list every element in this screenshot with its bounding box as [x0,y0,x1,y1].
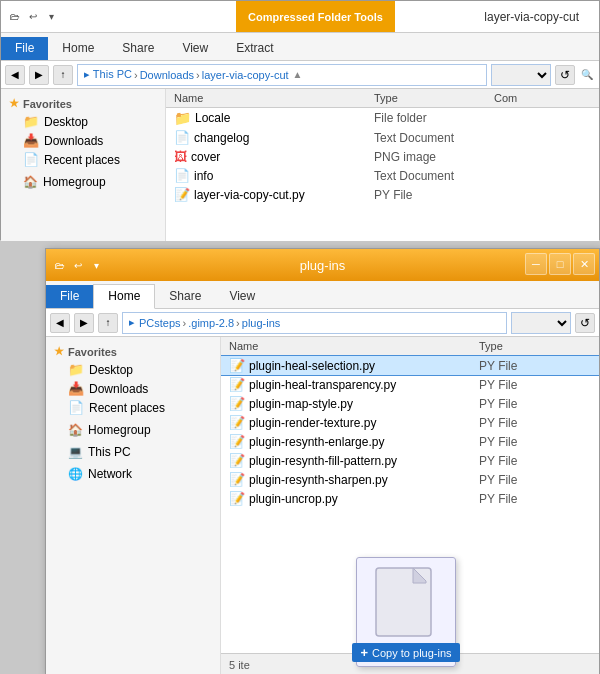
sidebar-item-desktop-1[interactable]: 📁 Desktop [1,112,165,131]
file-row-uncrop[interactable]: 📝 plugin-uncrop.py PY File [221,489,599,508]
sidebar-item-downloads-2[interactable]: 📥 Downloads [46,379,220,398]
sidebar-item-homegroup-2[interactable]: 🏠 Homegroup [46,421,220,439]
quick-access-2: 🗁 ↩ ▾ [52,257,104,273]
tab-share-2[interactable]: Share [155,284,215,308]
tab-view-2[interactable]: View [215,284,269,308]
minimize-btn-2[interactable]: ─ [525,253,547,275]
refresh-btn-2[interactable]: ↺ [575,313,595,333]
favorites-header-1: ★ Favorites [1,95,165,112]
status-text: 5 ite [229,659,250,671]
addr-part-folder: layer-via-copy-cut [202,69,289,81]
tab-home-1[interactable]: Home [48,36,108,60]
py-icon-heal-sel: 📝 [229,358,245,373]
tab-file-2[interactable]: File [46,285,93,308]
type-resynth-fill: PY File [471,454,591,468]
type-heal-sel: PY File [471,359,591,373]
file-row-info[interactable]: 📄 info Text Document [166,166,599,185]
py-icon-resynth-fill: 📝 [229,453,245,468]
search-box-1[interactable] [491,64,551,86]
tab-file-1[interactable]: File [1,37,48,60]
thispc-icon: 💻 [68,445,83,459]
refresh-btn-1[interactable]: ↺ [555,65,575,85]
name-map-style: 📝 plugin-map-style.py [221,396,471,411]
forward-btn-2[interactable]: ▶ [74,313,94,333]
search-box-2[interactable] [511,312,571,334]
file-row-py[interactable]: 📝 layer-via-copy-cut.py PY File [166,185,599,204]
file-header-2: Name Type [221,337,599,356]
window2-title: plug-ins [300,258,346,273]
file-row-heal-trans[interactable]: 📝 plugin-heal-transparency.py PY File [221,375,599,394]
homegroup-label-1: Homegroup [43,175,106,189]
forward-btn-1[interactable]: ▶ [29,65,49,85]
file-row-heal-sel[interactable]: 📝 plugin-heal-selection.py PY File [221,356,599,375]
drag-label: + Copy to plug-ins [352,643,459,662]
addr-part-thispc: ▸ This PC [84,68,132,81]
name-uncrop: 📝 plugin-uncrop.py [221,491,471,506]
sidebar-item-thispc[interactable]: 💻 This PC [46,443,220,461]
file-row-locale[interactable]: 📁 Locale File folder [166,108,599,128]
col-type-1: Type [366,92,486,104]
qa-icon-2a: 🗁 [52,257,68,273]
desktop-folder-icon-2: 📁 [68,362,84,377]
favorites-section-1: ★ Favorites 📁 Desktop 📥 Downloads 📄 Rece… [1,95,165,169]
address-bar-1: ◀ ▶ ↑ ▸ This PC › Downloads › layer-via-… [1,61,599,89]
favorites-label-2: Favorites [68,346,117,358]
network-section: 🌐 Network [46,465,220,483]
file-row-map-style[interactable]: 📝 plugin-map-style.py PY File [221,394,599,413]
back-btn-1[interactable]: ◀ [5,65,25,85]
name-resynth-fill: 📝 plugin-resynth-fill-pattern.py [221,453,471,468]
drag-file-svg [371,563,441,643]
doc-icon-changelog: 📄 [174,130,190,145]
quick-access-1: 🗁 ↩ ▾ [1,9,59,25]
file-type-py: PY File [366,188,486,202]
title-bar-1: 🗁 ↩ ▾ Compressed Folder Tools layer-via-… [1,1,599,33]
drag-label-text: Copy to plug-ins [372,647,452,659]
name-heal-sel: 📝 plugin-heal-selection.py [221,358,471,373]
addr-part-gimp: .gimp-2.8 [188,317,234,329]
desktop-label-1: Desktop [44,115,88,129]
up-btn-1[interactable]: ↑ [53,65,73,85]
file-row-render-tex[interactable]: 📝 plugin-render-texture.py PY File [221,413,599,432]
tab-home-2[interactable]: Home [93,284,155,309]
sidebar-item-recent-1[interactable]: 📄 Recent places [1,150,165,169]
tab-extract-1[interactable]: Extract [222,36,287,60]
address-path-2[interactable]: ▸ PCsteps › .gimp-2.8 › plug-ins [122,312,507,334]
file-row-cover[interactable]: 🖼 cover PNG image [166,147,599,166]
addr-part-pcsteps: PCsteps [139,317,181,329]
sidebar-1: ★ Favorites 📁 Desktop 📥 Downloads 📄 Rece… [1,89,166,241]
sidebar-2: ★ Favorites 📁 Desktop 📥 Downloads 📄 Rece… [46,337,221,674]
qa-dropdown[interactable]: ▾ [43,9,59,25]
close-btn-2[interactable]: ✕ [573,253,595,275]
downloads-folder-icon-1: 📥 [23,133,39,148]
sidebar-item-recent-2[interactable]: 📄 Recent places [46,398,220,417]
file-row-resynth-enl[interactable]: 📝 plugin-resynth-enlarge.py PY File [221,432,599,451]
back-btn-2[interactable]: ◀ [50,313,70,333]
maximize-btn-2[interactable]: □ [549,253,571,275]
type-render-tex: PY File [471,416,591,430]
address-path-1[interactable]: ▸ This PC › Downloads › layer-via-copy-c… [77,64,487,86]
sidebar-item-network[interactable]: 🌐 Network [46,465,220,483]
tab-view-1[interactable]: View [168,36,222,60]
doc-icon-info: 📄 [174,168,190,183]
sidebar-item-desktop-2[interactable]: 📁 Desktop [46,360,220,379]
favorites-section-2: ★ Favorites 📁 Desktop 📥 Downloads 📄 Rece… [46,343,220,417]
file-row-changelog[interactable]: 📄 changelog Text Document [166,128,599,147]
file-row-resynth-fill[interactable]: 📝 plugin-resynth-fill-pattern.py PY File [221,451,599,470]
name-resynth-enl: 📝 plugin-resynth-enlarge.py [221,434,471,449]
py-icon-render-tex: 📝 [229,415,245,430]
tab-share-1[interactable]: Share [108,36,168,60]
content-area-2: ★ Favorites 📁 Desktop 📥 Downloads 📄 Rece… [46,337,599,674]
recent-label-1: Recent places [44,153,120,167]
search-icon-1: 🔍 [579,69,595,80]
sidebar-item-downloads-1[interactable]: 📥 Downloads [1,131,165,150]
sidebar-item-homegroup-1[interactable]: 🏠 Homegroup [1,173,165,191]
py-icon-resynth-sharp: 📝 [229,472,245,487]
star-icon-1: ★ [9,97,19,110]
file-row-resynth-sharp[interactable]: 📝 plugin-resynth-sharpen.py PY File [221,470,599,489]
qa-dropdown-2[interactable]: ▾ [88,257,104,273]
addr-part-plugins: plug-ins [242,317,281,329]
favorites-header-2: ★ Favorites [46,343,220,360]
up-btn-2[interactable]: ↑ [98,313,118,333]
file-type-info: Text Document [366,169,486,183]
network-icon: 🌐 [68,467,83,481]
